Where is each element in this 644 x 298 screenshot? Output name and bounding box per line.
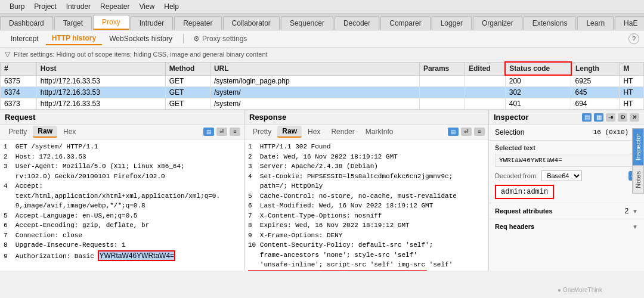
cell-edited bbox=[465, 75, 506, 87]
decoded-row: Decoded from: Base64 + bbox=[495, 170, 638, 181]
col-status[interactable]: Status code bbox=[505, 62, 571, 75]
req-tab-raw[interactable]: Raw bbox=[33, 126, 57, 138]
selection-label: Selection bbox=[495, 128, 524, 136]
tab-intruder[interactable]: Intruder bbox=[131, 16, 173, 30]
menu-project[interactable]: Project bbox=[29, 1, 61, 12]
cell-host: http://172.16.33.53 bbox=[36, 98, 165, 110]
sub-tab-bar: Intercept HTTP history WebSockets histor… bbox=[0, 30, 644, 48]
tab-extensions[interactable]: Extensions bbox=[524, 16, 577, 30]
req-tab-pretty[interactable]: Pretty bbox=[4, 126, 32, 137]
col-method[interactable]: Method bbox=[165, 62, 210, 75]
decoded-select[interactable]: Base64 bbox=[541, 170, 582, 181]
inspector-title: Inspector bbox=[494, 113, 582, 122]
resp-wrap-icon[interactable]: ⏎ bbox=[461, 128, 472, 136]
tab-organizer[interactable]: Organizer bbox=[473, 16, 522, 30]
cell-edited bbox=[465, 98, 506, 110]
resp-tab-markinfo[interactable]: MarkInfo bbox=[361, 126, 398, 137]
location-highlight: 11 Location: http://172.16.33.53/system/… bbox=[248, 270, 427, 271]
insp-view-icon-2[interactable]: ▦ bbox=[594, 113, 603, 122]
resp-tab-render[interactable]: Render bbox=[326, 126, 359, 137]
req-lines-icon[interactable]: ≡ bbox=[230, 128, 240, 136]
request-attributes-label: Request attributes bbox=[495, 207, 553, 215]
tab-comparer[interactable]: Comparer bbox=[380, 16, 430, 30]
tab-decoder[interactable]: Decoder bbox=[335, 16, 379, 30]
table-row[interactable]: 6373 http://172.16.33.53 GET /system/ 40… bbox=[1, 98, 644, 110]
resp-tab-raw[interactable]: Raw bbox=[277, 126, 302, 138]
side-tabs: Inspector Notes bbox=[632, 110, 644, 271]
col-url[interactable]: URL bbox=[210, 62, 419, 75]
col-mime[interactable]: M bbox=[620, 62, 644, 75]
filter-bar: ▽ Filter settings: Hiding out of scope i… bbox=[0, 48, 644, 61]
tab-logger[interactable]: Logger bbox=[432, 16, 472, 30]
admin-value: admin:admin bbox=[495, 185, 554, 199]
insp-gear-icon[interactable]: ⚙ bbox=[618, 113, 627, 122]
resp-lines-icon[interactable]: ≡ bbox=[474, 128, 485, 136]
response-panel: Response Pretty Raw Hex Render MarkInfo … bbox=[244, 110, 489, 271]
col-id[interactable]: # bbox=[1, 62, 37, 75]
cell-mime: HT bbox=[620, 75, 644, 87]
menu-help[interactable]: Help bbox=[159, 1, 184, 12]
subtab-http-history[interactable]: HTTP history bbox=[46, 32, 102, 45]
req-tab-hex[interactable]: Hex bbox=[58, 126, 80, 137]
cell-url: /system/login_page.php bbox=[210, 75, 419, 87]
proxy-settings-label: Proxy settings bbox=[202, 35, 247, 43]
selection-row: Selection 16 (0x10) ▲ bbox=[495, 128, 638, 136]
tab-target[interactable]: Target bbox=[54, 16, 92, 30]
req-view-icon-1[interactable]: ▤ bbox=[203, 128, 214, 136]
insp-indent-icon[interactable]: ⇥ bbox=[606, 113, 615, 122]
filter-text: Filter settings: Hiding out of scope ite… bbox=[14, 51, 268, 58]
tab-sequencer[interactable]: Sequencer bbox=[281, 16, 333, 30]
cell-host: http://172.16.33.53 bbox=[36, 87, 165, 98]
menu-burp[interactable]: Burp bbox=[5, 1, 29, 12]
insp-view-icon-1[interactable]: ▤ bbox=[582, 113, 592, 122]
lower-panels: Request Pretty Raw Hex ▤ ⏎ ≡ 1 GET /syst… bbox=[0, 110, 644, 271]
tab-repeater[interactable]: Repeater bbox=[174, 16, 221, 30]
request-content: 1 GET /system/ HTTP/1.1 2 Host: 172.16.3… bbox=[0, 139, 244, 271]
tab-hae[interactable]: HaE bbox=[615, 16, 644, 30]
col-edited[interactable]: Edited bbox=[465, 62, 506, 75]
col-host[interactable]: Host bbox=[36, 62, 165, 75]
inspector-header: Inspector ▤ ▦ ⇥ ⚙ ✕ bbox=[489, 110, 644, 125]
tab-collaborator[interactable]: Collaborator bbox=[223, 16, 280, 30]
cell-id: 6374 bbox=[1, 87, 37, 98]
menu-repeater[interactable]: Repeater bbox=[95, 1, 134, 12]
cell-host: http://172.16.33.53 bbox=[36, 75, 165, 87]
subtab-intercept[interactable]: Intercept bbox=[5, 33, 45, 45]
cell-id: 6375 bbox=[1, 75, 37, 87]
resp-tab-pretty[interactable]: Pretty bbox=[248, 126, 276, 137]
resp-tab-hex[interactable]: Hex bbox=[303, 126, 325, 137]
proxy-settings-icon: ⚙ bbox=[193, 35, 200, 43]
cell-status: 200 bbox=[505, 75, 571, 87]
col-length[interactable]: Length bbox=[571, 62, 620, 75]
cell-length: 694 bbox=[571, 98, 620, 110]
selection-value: 16 (0x10) bbox=[593, 129, 628, 136]
menu-intruder[interactable]: Intruder bbox=[61, 1, 95, 12]
tab-dashboard[interactable]: Dashboard bbox=[0, 16, 53, 30]
cell-mime: HT bbox=[620, 98, 644, 110]
proxy-settings-btn[interactable]: ⚙ Proxy settings bbox=[187, 33, 253, 45]
response-panel-tabs: Pretty Raw Hex Render MarkInfo ▤ ⏎ ≡ bbox=[244, 125, 488, 139]
selected-text-section: Selected text YWRtaW46YWRtaW4= Decoded f… bbox=[489, 141, 644, 203]
tab-proxy[interactable]: Proxy bbox=[93, 15, 129, 30]
cell-method: GET bbox=[165, 98, 210, 110]
inspector-panel: Inspector ▤ ▦ ⇥ ⚙ ✕ Selection 16 (0x10) … bbox=[489, 110, 644, 271]
col-params[interactable]: Params bbox=[419, 62, 465, 75]
tab-learn[interactable]: Learn bbox=[577, 16, 614, 30]
request-attributes-section[interactable]: Request attributes 2 ▼ bbox=[489, 203, 644, 219]
side-tab-notes[interactable]: Notes bbox=[632, 166, 644, 194]
table-row[interactable]: 6374 http://172.16.33.53 GET /system/ 30… bbox=[1, 87, 644, 98]
request-title: Request bbox=[0, 110, 244, 125]
resp-view-icon-1[interactable]: ▤ bbox=[448, 128, 459, 136]
subtab-websockets[interactable]: WebSockets history bbox=[103, 33, 178, 45]
request-panel-tabs: Pretty Raw Hex ▤ ⏎ ≡ bbox=[0, 125, 244, 139]
request-headers-section[interactable]: Req headers ▼ bbox=[489, 219, 644, 234]
menu-view[interactable]: View bbox=[134, 1, 159, 12]
req-wrap-icon[interactable]: ⏎ bbox=[216, 128, 227, 136]
help-icon[interactable]: ? bbox=[628, 33, 639, 44]
cell-params bbox=[419, 87, 465, 98]
cell-length: 6925 bbox=[571, 75, 620, 87]
response-title: Response bbox=[244, 110, 488, 125]
side-tab-inspector[interactable]: Inspector bbox=[632, 128, 644, 166]
selected-text-title: Selected text bbox=[495, 144, 638, 151]
table-row[interactable]: 6375 http://172.16.33.53 GET /system/log… bbox=[1, 75, 644, 87]
